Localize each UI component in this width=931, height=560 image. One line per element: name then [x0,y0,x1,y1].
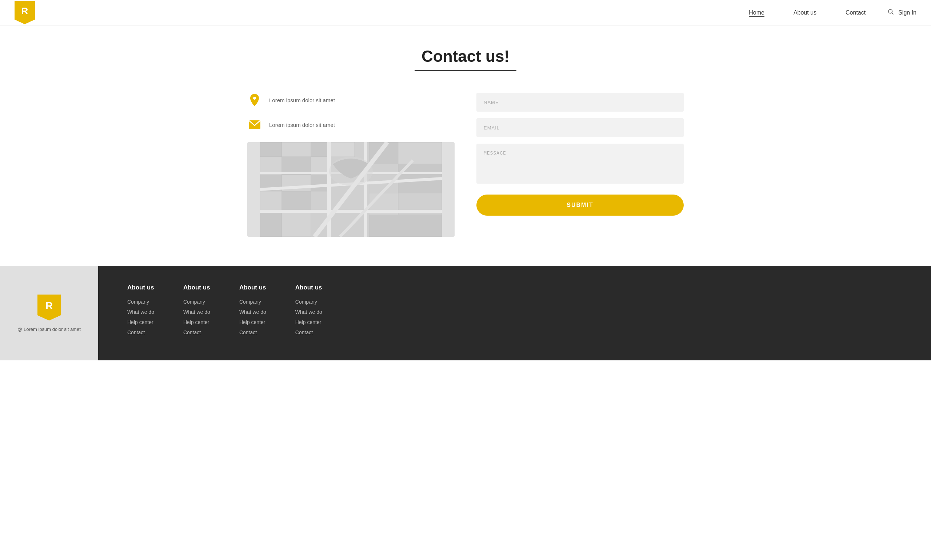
nav-item-contact[interactable]: Contact [846,9,866,16]
list-item: Contact [295,329,322,335]
footer-col-4: About us Company What we do Help center … [295,284,322,342]
list-item: Help center [239,319,266,325]
logo-badge[interactable]: R [15,1,35,25]
list-item: Help center [295,319,322,325]
list-item: What we do [295,309,322,315]
nav-link-home[interactable]: Home [749,9,765,17]
list-item: Contact [239,329,266,335]
footer-col-3-list: Company What we do Help center Contact [239,298,266,335]
footer-link[interactable]: What we do [295,309,322,315]
location-text: Lorem ipsum dolor sit amet [269,97,335,103]
list-item: Contact [183,329,210,335]
list-item: Contact [127,329,154,335]
footer-link[interactable]: Company [127,299,149,305]
contact-left: Lorem ipsum dolor sit amet Lorem ipsum d… [247,93,455,237]
email-icon [247,117,262,132]
list-item: Company [295,298,322,305]
contact-layout: Lorem ipsum dolor sit amet Lorem ipsum d… [247,93,684,237]
contact-email-item: Lorem ipsum dolor sit amet [247,117,455,132]
footer-link[interactable]: Company [295,299,317,305]
footer-col-3: About us Company What we do Help center … [239,284,266,342]
email-input[interactable] [476,118,684,137]
svg-point-0 [888,9,893,14]
svg-line-1 [892,13,894,14]
footer-link[interactable]: Help center [127,319,154,325]
footer-left: R @ Lorem ipsum dolor sit amet [0,266,98,360]
page-title-section: Contact us! [247,47,684,71]
footer-tagline: @ Lorem ipsum dolor sit amet [17,326,81,332]
footer-col-4-heading: About us [295,284,322,291]
nav-link-about[interactable]: About us [794,9,816,15]
svg-rect-4 [260,142,282,157]
message-input[interactable] [476,144,684,184]
footer-link[interactable]: Contact [295,329,313,335]
submit-button[interactable]: SUBMIT [476,195,684,215]
footer-col-2-list: Company What we do Help center Contact [183,298,210,335]
footer-right: About us Company What we do Help center … [98,266,931,360]
contact-location-item: Lorem ipsum dolor sit amet [247,93,455,107]
footer-link[interactable]: What we do [127,309,154,315]
footer-link[interactable]: Company [239,299,261,305]
footer-link[interactable]: What we do [239,309,266,315]
footer-link[interactable]: Contact [239,329,257,335]
list-item: What we do [127,309,154,315]
svg-rect-16 [260,211,282,237]
svg-rect-6 [311,142,329,157]
svg-rect-13 [311,175,329,191]
list-item: What we do [239,309,266,315]
svg-rect-19 [398,142,442,164]
footer-col-2-heading: About us [183,284,210,291]
navbar: R Home About us Contact Sign In [0,0,931,25]
list-item: Company [183,298,210,305]
footer-logo-badge[interactable]: R [37,295,61,321]
nav-link-contact[interactable]: Contact [846,9,866,15]
email-text: Lorem ipsum dolor sit amet [269,122,335,128]
nav-item-home[interactable]: Home [749,9,765,16]
footer-link[interactable]: What we do [183,309,210,315]
svg-rect-17 [282,211,311,237]
map-placeholder [247,142,455,237]
footer-link[interactable]: Company [183,299,205,305]
list-item: What we do [183,309,210,315]
svg-rect-5 [282,142,311,157]
footer-col-1: About us Company What we do Help center … [127,284,154,342]
email-field-group [476,118,684,137]
footer-col-1-list: Company What we do Help center Contact [127,298,154,335]
footer-col-3-heading: About us [239,284,266,291]
footer-col-4-list: Company What we do Help center Contact [295,298,322,335]
list-item: Company [239,298,266,305]
logo-letter: R [22,5,28,17]
svg-rect-24 [369,215,442,237]
footer: R @ Lorem ipsum dolor sit amet About us … [0,266,931,360]
list-item: Help center [127,319,154,325]
footer-link[interactable]: Contact [127,329,145,335]
svg-rect-14 [260,191,282,211]
title-underline [415,70,516,71]
main-content: Contact us! Lorem ipsum dolor sit amet [233,25,698,266]
svg-rect-7 [329,142,355,157]
name-input[interactable] [476,93,684,112]
footer-link[interactable]: Help center [183,319,209,325]
nav-item-about[interactable]: About us [794,9,816,16]
search-icon[interactable] [887,8,894,17]
contact-form: SUBMIT [476,93,684,215]
footer-link[interactable]: Help center [295,319,322,325]
nav-links: Home About us Contact [749,9,866,16]
message-field-group [476,144,684,185]
footer-logo-letter: R [45,300,53,312]
sign-in-link[interactable]: Sign In [898,9,916,16]
footer-link[interactable]: Contact [183,329,201,335]
list-item: Company [127,298,154,305]
footer-link[interactable]: Help center [239,319,265,325]
nav-right: Sign In [887,8,916,17]
list-item: Help center [183,319,210,325]
page-title: Contact us! [247,47,684,65]
name-field-group [476,93,684,112]
location-icon [247,93,262,107]
footer-col-2: About us Company What we do Help center … [183,284,210,342]
svg-rect-15 [282,191,311,211]
footer-col-1-heading: About us [127,284,154,291]
